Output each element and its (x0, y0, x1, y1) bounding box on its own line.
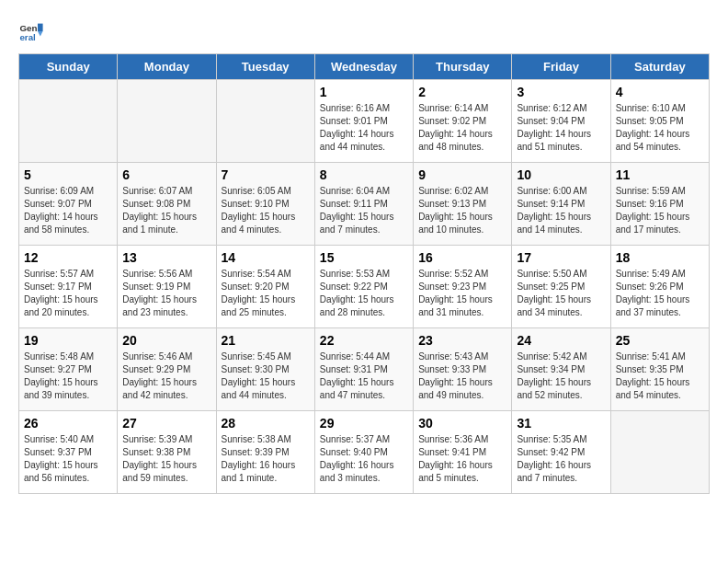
calendar-cell: 1Sunrise: 6:16 AMSunset: 9:01 PMDaylight… (314, 80, 413, 163)
calendar-cell: 17Sunrise: 5:50 AMSunset: 9:25 PMDayligh… (512, 246, 610, 328)
day-info: Sunrise: 5:39 AMSunset: 9:38 PMDaylight:… (122, 433, 210, 485)
day-number: 14 (222, 250, 310, 265)
calendar-cell: 3Sunrise: 6:12 AMSunset: 9:04 PMDaylight… (512, 80, 610, 163)
day-number: 15 (320, 250, 408, 265)
calendar-table: SundayMondayTuesdayWednesdayThursdayFrid… (18, 53, 710, 494)
weekday-header-friday: Friday (512, 54, 610, 80)
calendar-cell: 7Sunrise: 6:05 AMSunset: 9:10 PMDaylight… (216, 163, 314, 246)
day-number: 10 (517, 167, 605, 182)
day-info: Sunrise: 5:52 AMSunset: 9:23 PMDaylight:… (418, 268, 506, 319)
weekday-header-saturday: Saturday (610, 54, 709, 80)
day-number: 9 (418, 167, 506, 182)
day-number: 4 (616, 85, 704, 99)
calendar-cell: 20Sunrise: 5:46 AMSunset: 9:29 PMDayligh… (118, 328, 216, 411)
day-info: Sunrise: 5:44 AMSunset: 9:31 PMDaylight:… (320, 350, 408, 402)
calendar-cell (610, 411, 709, 494)
calendar-cell: 29Sunrise: 5:37 AMSunset: 9:40 PMDayligh… (314, 411, 413, 494)
day-info: Sunrise: 5:56 AMSunset: 9:19 PMDaylight:… (122, 268, 210, 319)
weekday-header-tuesday: Tuesday (216, 54, 314, 80)
day-number: 25 (616, 333, 704, 348)
day-info: Sunrise: 5:45 AMSunset: 9:30 PMDaylight:… (222, 350, 310, 402)
day-info: Sunrise: 6:16 AMSunset: 9:01 PMDaylight:… (320, 102, 408, 154)
calendar-cell: 18Sunrise: 5:49 AMSunset: 9:26 PMDayligh… (610, 246, 709, 328)
day-info: Sunrise: 5:53 AMSunset: 9:22 PMDaylight:… (320, 268, 408, 319)
day-info: Sunrise: 6:07 AMSunset: 9:08 PMDaylight:… (122, 185, 210, 236)
day-info: Sunrise: 5:50 AMSunset: 9:25 PMDaylight:… (517, 268, 605, 319)
day-number: 26 (24, 416, 112, 431)
day-number: 11 (616, 167, 704, 182)
weekday-header-thursday: Thursday (414, 54, 512, 80)
calendar-cell (19, 80, 118, 163)
day-number: 2 (418, 85, 506, 99)
day-number: 1 (320, 85, 408, 99)
calendar-cell: 11Sunrise: 5:59 AMSunset: 9:16 PMDayligh… (610, 163, 709, 246)
calendar-cell: 9Sunrise: 6:02 AMSunset: 9:13 PMDaylight… (414, 163, 512, 246)
day-number: 29 (320, 416, 408, 431)
calendar-cell: 23Sunrise: 5:43 AMSunset: 9:33 PMDayligh… (414, 328, 512, 411)
calendar-cell: 16Sunrise: 5:52 AMSunset: 9:23 PMDayligh… (414, 246, 512, 328)
day-info: Sunrise: 6:14 AMSunset: 9:02 PMDaylight:… (418, 102, 506, 154)
day-info: Sunrise: 5:49 AMSunset: 9:26 PMDaylight:… (616, 268, 704, 319)
day-number: 24 (517, 333, 605, 348)
calendar-cell: 21Sunrise: 5:45 AMSunset: 9:30 PMDayligh… (216, 328, 314, 411)
day-number: 18 (616, 250, 704, 265)
day-info: Sunrise: 6:09 AMSunset: 9:07 PMDaylight:… (24, 185, 112, 236)
day-number: 6 (122, 167, 210, 182)
calendar-cell: 28Sunrise: 5:38 AMSunset: 9:39 PMDayligh… (216, 411, 314, 494)
weekday-header-sunday: Sunday (19, 54, 118, 80)
day-info: Sunrise: 6:00 AMSunset: 9:14 PMDaylight:… (517, 185, 605, 236)
svg-marker-2 (38, 24, 43, 31)
day-info: Sunrise: 6:10 AMSunset: 9:05 PMDaylight:… (616, 102, 704, 154)
day-info: Sunrise: 5:37 AMSunset: 9:40 PMDaylight:… (320, 433, 408, 485)
weekday-header-wednesday: Wednesday (314, 54, 413, 80)
calendar-cell: 8Sunrise: 6:04 AMSunset: 9:11 PMDaylight… (314, 163, 413, 246)
day-info: Sunrise: 6:05 AMSunset: 9:10 PMDaylight:… (222, 185, 310, 236)
calendar-cell: 30Sunrise: 5:36 AMSunset: 9:41 PMDayligh… (414, 411, 512, 494)
svg-text:eral: eral (19, 32, 36, 42)
day-info: Sunrise: 5:43 AMSunset: 9:33 PMDaylight:… (418, 350, 506, 402)
calendar-cell: 22Sunrise: 5:44 AMSunset: 9:31 PMDayligh… (314, 328, 413, 411)
day-number: 21 (222, 333, 310, 348)
calendar-cell (118, 80, 216, 163)
day-info: Sunrise: 5:54 AMSunset: 9:20 PMDaylight:… (222, 268, 310, 319)
day-info: Sunrise: 6:04 AMSunset: 9:11 PMDaylight:… (320, 185, 408, 236)
day-number: 22 (320, 333, 408, 348)
day-info: Sunrise: 5:59 AMSunset: 9:16 PMDaylight:… (616, 185, 704, 236)
day-number: 12 (24, 250, 112, 265)
calendar-cell: 27Sunrise: 5:39 AMSunset: 9:38 PMDayligh… (118, 411, 216, 494)
day-info: Sunrise: 6:02 AMSunset: 9:13 PMDaylight:… (418, 185, 506, 236)
calendar-cell: 26Sunrise: 5:40 AMSunset: 9:37 PMDayligh… (19, 411, 118, 494)
day-number: 23 (418, 333, 506, 348)
weekday-header-monday: Monday (118, 54, 216, 80)
calendar-cell: 15Sunrise: 5:53 AMSunset: 9:22 PMDayligh… (314, 246, 413, 328)
logo: Gen eral (18, 18, 48, 44)
calendar-cell: 2Sunrise: 6:14 AMSunset: 9:02 PMDaylight… (414, 80, 512, 163)
calendar-cell: 14Sunrise: 5:54 AMSunset: 9:20 PMDayligh… (216, 246, 314, 328)
calendar-cell: 19Sunrise: 5:48 AMSunset: 9:27 PMDayligh… (19, 328, 118, 411)
calendar-cell: 25Sunrise: 5:41 AMSunset: 9:35 PMDayligh… (610, 328, 709, 411)
day-number: 19 (24, 333, 112, 348)
calendar-cell: 10Sunrise: 6:00 AMSunset: 9:14 PMDayligh… (512, 163, 610, 246)
day-number: 20 (122, 333, 210, 348)
day-number: 30 (418, 416, 506, 431)
day-info: Sunrise: 5:57 AMSunset: 9:17 PMDaylight:… (24, 268, 112, 319)
day-info: Sunrise: 5:38 AMSunset: 9:39 PMDaylight:… (222, 433, 310, 485)
calendar-cell: 12Sunrise: 5:57 AMSunset: 9:17 PMDayligh… (19, 246, 118, 328)
calendar-cell: 5Sunrise: 6:09 AMSunset: 9:07 PMDaylight… (19, 163, 118, 246)
day-number: 28 (222, 416, 310, 431)
calendar-cell: 24Sunrise: 5:42 AMSunset: 9:34 PMDayligh… (512, 328, 610, 411)
svg-marker-3 (38, 31, 43, 37)
day-number: 31 (517, 416, 605, 431)
day-number: 8 (320, 167, 408, 182)
calendar-cell: 4Sunrise: 6:10 AMSunset: 9:05 PMDaylight… (610, 80, 709, 163)
day-number: 5 (24, 167, 112, 182)
calendar-cell: 31Sunrise: 5:35 AMSunset: 9:42 PMDayligh… (512, 411, 610, 494)
day-info: Sunrise: 5:48 AMSunset: 9:27 PMDaylight:… (24, 350, 112, 402)
day-info: Sunrise: 5:46 AMSunset: 9:29 PMDaylight:… (122, 350, 210, 402)
calendar-cell: 6Sunrise: 6:07 AMSunset: 9:08 PMDaylight… (118, 163, 216, 246)
logo-icon: Gen eral (18, 18, 44, 44)
day-info: Sunrise: 5:42 AMSunset: 9:34 PMDaylight:… (517, 350, 605, 402)
day-info: Sunrise: 5:41 AMSunset: 9:35 PMDaylight:… (616, 350, 704, 402)
day-number: 16 (418, 250, 506, 265)
day-info: Sunrise: 5:40 AMSunset: 9:37 PMDaylight:… (24, 433, 112, 485)
